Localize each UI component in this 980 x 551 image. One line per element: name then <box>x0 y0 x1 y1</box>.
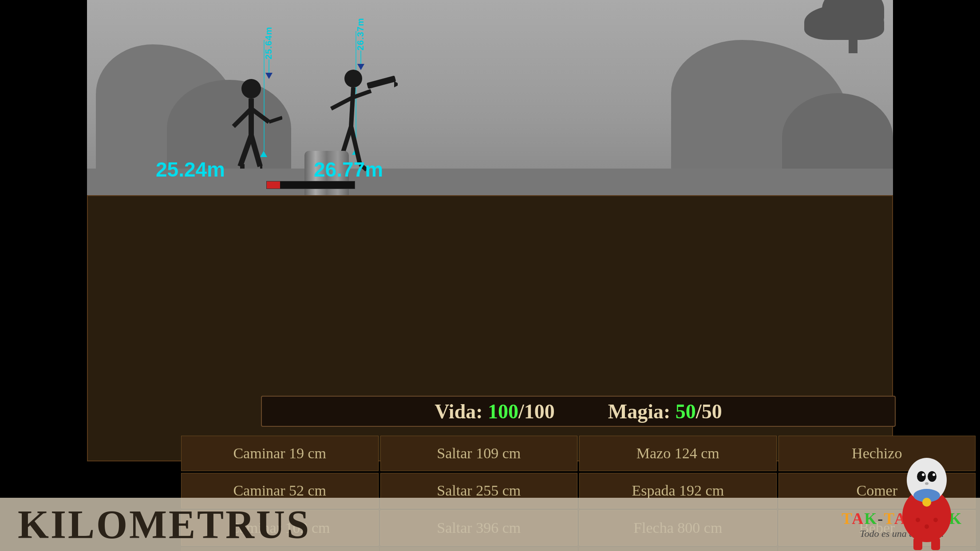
hero-measure-line-top <box>269 59 269 73</box>
svg-point-28 <box>916 518 920 522</box>
game-title: KILOMETRUS <box>18 502 311 547</box>
magia-current: 50 <box>676 400 696 423</box>
stats-bar: Vida: 100/100 Magia: 50/50 <box>261 396 896 427</box>
svg-point-22 <box>922 473 925 476</box>
magia-sep: / <box>696 400 702 423</box>
tree-silhouette <box>849 0 858 53</box>
svg-point-21 <box>928 471 937 482</box>
magia-label: Magia: <box>608 400 671 423</box>
svg-point-24 <box>925 482 929 485</box>
svg-line-4 <box>269 118 282 122</box>
enemy-distance-label: 26.77m <box>314 157 383 181</box>
mascot-svg <box>887 427 967 551</box>
svg-point-20 <box>917 471 926 482</box>
distance-labels: 25.24m 26.77m <box>87 157 893 181</box>
enemy-measure-label: 26.37m <box>356 18 366 51</box>
ui-panel: Vida: 100/100 Magia: 50/50 Caminar 19 cm… <box>87 195 893 461</box>
svg-rect-25 <box>913 538 922 550</box>
svg-point-23 <box>933 473 935 476</box>
svg-point-29 <box>933 518 938 522</box>
vida-label: Vida: <box>435 400 482 423</box>
enemy-measure-line-top <box>360 51 361 64</box>
bottom-bar: KILOMETRUS TAK-TAK-TAK Todo es una avent… <box>0 498 980 551</box>
action-button-2[interactable]: Mazo 124 cm <box>579 436 777 471</box>
vida-current: 100 <box>488 400 518 423</box>
svg-point-0 <box>241 79 261 98</box>
hero-distance-label: 25.24m <box>156 157 225 181</box>
mascot <box>887 427 967 551</box>
health-bar-fill <box>267 181 280 189</box>
vida-sep: / <box>518 400 524 423</box>
svg-rect-11 <box>367 75 396 89</box>
vida-max: 100 <box>524 400 555 423</box>
magia-stat: Magia: 50/50 <box>608 400 722 423</box>
health-bar <box>266 181 355 189</box>
svg-point-7 <box>344 70 362 87</box>
hero-character <box>220 78 282 171</box>
hero-measure-label: 25.64m <box>264 27 274 59</box>
svg-point-27 <box>922 498 931 507</box>
svg-line-9 <box>331 98 352 109</box>
svg-rect-26 <box>931 538 940 550</box>
svg-line-8 <box>351 87 353 126</box>
enemy-measurement: 26.37m <box>356 18 366 70</box>
hero-measurement: 25.64m <box>264 27 274 79</box>
vida-stat: Vida: 100/100 <box>435 400 554 423</box>
svg-point-30 <box>925 524 929 529</box>
action-button-1[interactable]: Saltar 109 cm <box>380 436 578 471</box>
magia-max: 50 <box>702 400 722 423</box>
svg-marker-12 <box>394 81 398 87</box>
action-button-0[interactable]: Caminar 19 cm <box>181 436 379 471</box>
